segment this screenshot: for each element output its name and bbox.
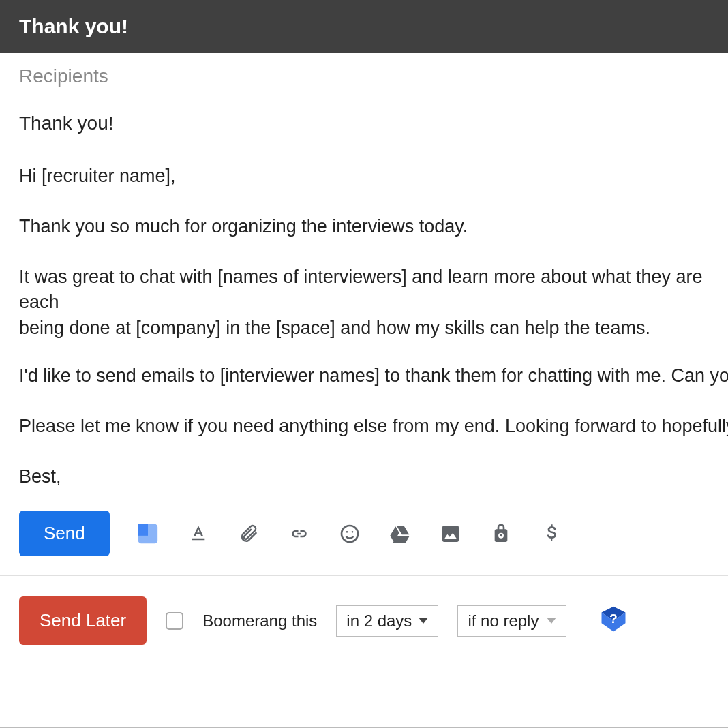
recipients-placeholder: Recipients bbox=[19, 65, 108, 87]
chevron-down-icon bbox=[419, 618, 428, 624]
recipients-field[interactable]: Recipients bbox=[0, 53, 728, 100]
svg-text:?: ? bbox=[609, 611, 618, 626]
subject-text: Thank you! bbox=[19, 112, 114, 134]
insert-image-icon[interactable] bbox=[438, 521, 463, 546]
body-line: It was great to chat with [names of inte… bbox=[19, 264, 709, 342]
window-title-text: Thank you! bbox=[19, 15, 128, 37]
svg-rect-1 bbox=[138, 524, 148, 536]
svg-point-2 bbox=[342, 526, 358, 542]
body-line: Thank you so much for organizing the int… bbox=[19, 214, 709, 240]
svg-point-4 bbox=[351, 531, 353, 533]
confidential-mode-icon[interactable] bbox=[489, 521, 513, 546]
chevron-down-icon bbox=[547, 618, 556, 624]
send-later-button[interactable]: Send Later bbox=[19, 596, 147, 645]
emoji-icon[interactable] bbox=[337, 521, 362, 546]
boomerang-help-icon[interactable]: ? bbox=[599, 605, 628, 637]
window-title: Thank you! bbox=[0, 0, 728, 53]
boomerang-condition-select[interactable]: if no reply bbox=[457, 605, 566, 637]
drive-icon[interactable] bbox=[388, 521, 412, 546]
boomerang-time-select[interactable]: in 2 days bbox=[336, 605, 438, 637]
attach-file-icon[interactable] bbox=[237, 521, 261, 546]
insert-link-icon[interactable] bbox=[287, 521, 312, 546]
svg-point-3 bbox=[346, 531, 348, 533]
format-text-icon[interactable] bbox=[186, 521, 211, 546]
compose-window: Thank you! Recipients Thank you! Hi [rec… bbox=[0, 0, 728, 728]
body-line: Please let me know if you need anything … bbox=[19, 414, 709, 440]
email-body[interactable]: Hi [recruiter name], Thank you so much f… bbox=[0, 147, 728, 498]
send-button[interactable]: Send bbox=[19, 511, 110, 556]
boomerang-label: Boomerang this bbox=[202, 611, 317, 631]
body-line: I'd like to send emails to [interviewer … bbox=[19, 363, 709, 389]
compose-toolbar: Send bbox=[0, 498, 728, 571]
dollar-icon[interactable] bbox=[539, 521, 564, 546]
body-line: Hi [recruiter name], bbox=[19, 164, 709, 189]
boomerang-bar: Send Later Boomerang this in 2 days if n… bbox=[0, 576, 728, 665]
boomerang-checkbox[interactable] bbox=[166, 612, 183, 630]
body-line: Best, bbox=[19, 464, 709, 490]
app-square-icon[interactable] bbox=[136, 521, 160, 546]
subject-field[interactable]: Thank you! bbox=[0, 100, 728, 147]
